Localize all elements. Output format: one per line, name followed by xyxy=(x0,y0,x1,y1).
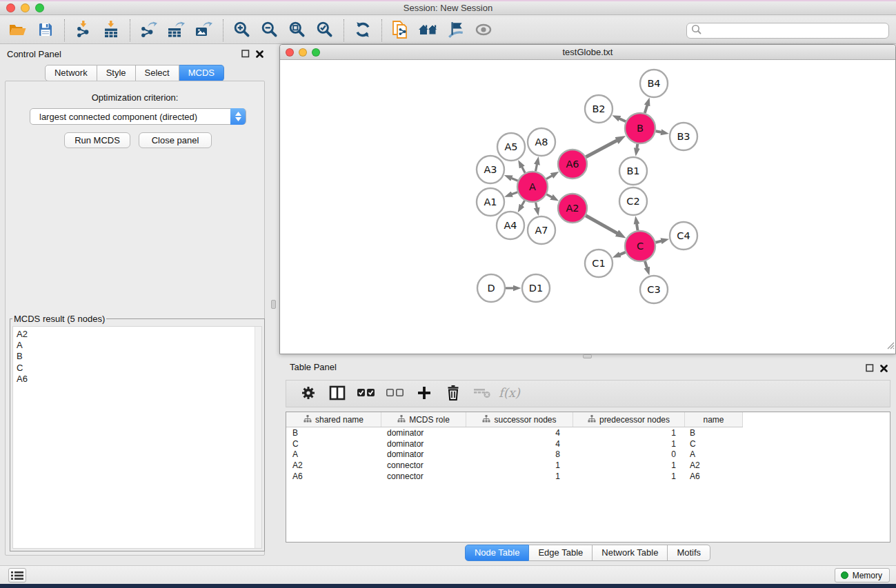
search-input[interactable] xyxy=(703,25,888,37)
table-row[interactable]: A6connector11A6 xyxy=(286,471,743,482)
refresh-button[interactable] xyxy=(350,19,375,42)
mcds-result-list[interactable]: A2ABCA6 xyxy=(12,326,262,549)
graph-edge-A-A1[interactable] xyxy=(512,192,517,194)
copy-network-button[interactable] xyxy=(388,19,413,42)
graph-edge-B-B4[interactable] xyxy=(645,105,648,114)
save-session-button[interactable] xyxy=(33,19,58,42)
table-tab-motifs[interactable]: Motifs xyxy=(668,545,710,561)
table-options-button[interactable] xyxy=(298,383,319,404)
tab-style[interactable]: Style xyxy=(97,65,136,81)
export-network-button[interactable] xyxy=(137,19,161,42)
graph-edge-A-A3[interactable] xyxy=(512,179,518,181)
graph-node-B3[interactable]: B3 xyxy=(670,123,697,150)
export-table-button[interactable] xyxy=(164,19,189,42)
minimize-window-icon[interactable] xyxy=(21,3,30,12)
table-row[interactable]: A2connector11A2 xyxy=(286,460,743,471)
tab-select[interactable]: Select xyxy=(136,65,179,81)
select-all-button[interactable] xyxy=(356,383,377,404)
optimization-criterion-select[interactable]: largest connected component (directed) xyxy=(30,108,246,125)
graph-node-A7[interactable]: A7 xyxy=(528,216,555,244)
table-tab-edge-table[interactable]: Edge Table xyxy=(529,545,593,561)
zoom-window-icon[interactable] xyxy=(35,3,44,12)
result-item[interactable]: C xyxy=(17,363,261,374)
task-history-button[interactable] xyxy=(8,568,26,582)
graph-edge-C-C4[interactable] xyxy=(655,241,661,243)
run-mcds-button[interactable]: Run MCDS xyxy=(64,132,130,148)
search-box[interactable] xyxy=(686,23,889,39)
graph-node-C1[interactable]: C1 xyxy=(585,250,613,277)
graph-node-B[interactable]: B xyxy=(625,113,655,143)
network-window-titlebar[interactable]: testGlobe.txt xyxy=(280,45,895,60)
column-header[interactable]: MCDS role xyxy=(381,412,466,427)
close-window-icon[interactable] xyxy=(6,3,15,12)
export-image-button[interactable] xyxy=(192,19,217,42)
divider-grip[interactable] xyxy=(271,300,276,309)
graph-node-D1[interactable]: D1 xyxy=(522,274,550,302)
network-zoom-icon[interactable] xyxy=(312,48,320,57)
zoom-out-button[interactable] xyxy=(257,19,282,42)
graph-node-C4[interactable]: C4 xyxy=(670,222,697,250)
graph-edge-B-B3[interactable] xyxy=(656,131,661,132)
toggle-columns-button[interactable] xyxy=(327,383,348,404)
graph-edge-A-A5[interactable] xyxy=(522,167,526,173)
graph-node-B1[interactable]: B1 xyxy=(619,157,647,185)
graph-node-D[interactable]: D xyxy=(477,274,505,302)
houses-button[interactable] xyxy=(416,19,441,42)
tab-mcds[interactable]: MCDS xyxy=(179,65,224,81)
result-item[interactable]: A6 xyxy=(17,374,261,385)
delete-column-button[interactable] xyxy=(443,383,464,404)
graph-node-A8[interactable]: A8 xyxy=(528,128,555,156)
graph-node-C3[interactable]: C3 xyxy=(640,276,668,303)
table-tab-node-table[interactable]: Node Table xyxy=(465,545,530,561)
table-tab-network-table[interactable]: Network Table xyxy=(593,545,668,561)
graph-node-A5[interactable]: A5 xyxy=(497,133,525,161)
float-table-panel-icon[interactable] xyxy=(866,363,874,375)
memory-button[interactable]: Memory xyxy=(835,568,890,582)
graph-node-B2[interactable]: B2 xyxy=(585,95,613,123)
table-row[interactable]: Adominator80A xyxy=(286,449,743,460)
graph-edge-A-A4[interactable] xyxy=(521,201,524,205)
graph-node-C[interactable]: C xyxy=(625,231,655,261)
tab-network[interactable]: Network xyxy=(45,65,97,81)
import-table-button[interactable] xyxy=(99,19,123,42)
float-panel-icon[interactable] xyxy=(241,48,250,61)
resize-grip-icon[interactable] xyxy=(885,340,895,352)
graph-node-A3[interactable]: A3 xyxy=(477,156,504,183)
column-header[interactable]: successor nodes xyxy=(466,412,573,427)
close-panel-icon[interactable] xyxy=(256,48,263,61)
graph-edge-C-C1[interactable] xyxy=(620,252,626,255)
graph-edge-B-B2[interactable] xyxy=(619,119,626,121)
panel-divider[interactable] xyxy=(269,44,279,565)
graph-node-A6[interactable]: A6 xyxy=(558,150,587,179)
graph-edge-A6-B[interactable] xyxy=(586,141,617,157)
network-close-icon[interactable] xyxy=(286,48,294,57)
graph-node-A4[interactable]: A4 xyxy=(497,212,524,239)
close-panel-button[interactable]: Close panel xyxy=(139,132,212,148)
graph-edge-C-C2[interactable] xyxy=(637,224,638,231)
import-network-button[interactable] xyxy=(71,19,96,42)
add-column-button[interactable] xyxy=(414,383,435,404)
result-item[interactable]: A xyxy=(17,340,261,351)
result-scrollbar[interactable] xyxy=(255,327,261,548)
result-item[interactable]: B xyxy=(17,351,261,362)
graph-edge-A-A6[interactable] xyxy=(546,176,552,179)
graph-edge-B-B1[interactable] xyxy=(637,144,637,149)
graph-node-A1[interactable]: A1 xyxy=(477,188,504,216)
graph-node-A2[interactable]: A2 xyxy=(558,194,587,223)
column-header[interactable]: name xyxy=(685,412,743,427)
graph-node-C2[interactable]: C2 xyxy=(619,187,647,215)
table-row[interactable]: Cdominator41C xyxy=(286,438,743,449)
graph-node-B4[interactable]: B4 xyxy=(640,70,668,97)
node-table[interactable]: shared name MCDS role successor nodes pr… xyxy=(286,412,890,543)
graph-edge-A-A8[interactable] xyxy=(536,164,537,171)
deselect-all-button[interactable] xyxy=(385,383,406,404)
network-graph[interactable]: B4 B2 B B3 A8 A5 A6 A3 B1 A A1 C2 A2 A4 xyxy=(281,61,895,353)
flag-button[interactable] xyxy=(444,19,468,42)
network-minimize-icon[interactable] xyxy=(299,48,307,57)
graph-edge-C-C3[interactable] xyxy=(645,261,647,268)
zoom-selected-button[interactable] xyxy=(312,19,337,42)
table-row[interactable]: Bdominator41B xyxy=(286,427,743,438)
graph-edge-A-A2[interactable] xyxy=(546,194,552,197)
eye-button[interactable] xyxy=(471,19,496,42)
column-header[interactable]: shared name xyxy=(286,412,381,427)
